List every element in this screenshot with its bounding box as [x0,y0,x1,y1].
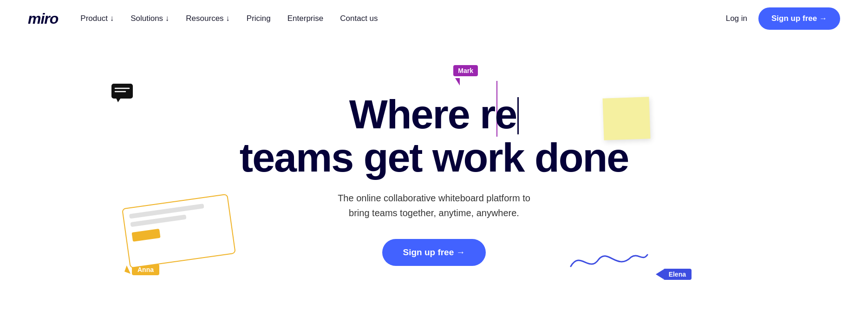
nav-links: Product ↓ Solutions ↓ Resources ↓ Pricin… [80,14,725,23]
hero-section: Mark Where re teams get work done The on… [0,37,868,331]
hero-subtitle: The online collaborative whiteboard plat… [338,191,530,220]
nav-right: Log in Sign up free → [726,7,840,30]
anna-card: Anna [125,201,232,275]
hero-subtitle-line2: bring teams together, anytime, anywhere. [349,208,519,218]
nav-pricing[interactable]: Pricing [247,14,271,23]
card-orange-element [131,229,160,242]
hero-cta-button[interactable]: Sign up free → [382,239,485,266]
mark-pointer-icon [455,78,460,86]
logo[interactable]: miro [28,10,58,27]
login-button[interactable]: Log in [726,14,747,23]
nav-resources[interactable]: Resources ↓ [186,14,229,23]
hero-title: Where re teams get work done [240,93,628,179]
card-line-1 [129,204,204,218]
nav-solutions[interactable]: Solutions ↓ [131,14,169,23]
squiggly-decoration [566,245,650,275]
mark-cursor: Mark [453,65,478,86]
card-widget [122,194,236,269]
mark-label: Mark [453,65,478,76]
nav-contact[interactable]: Contact us [340,14,378,23]
cursor-line [517,97,519,134]
hero-title-line1: Where re [349,91,517,137]
nav-product[interactable]: Product ↓ [80,14,114,23]
chat-icon [111,84,133,104]
hero-subtitle-line1: The online collaborative whiteboard plat… [338,193,530,203]
hero-title-line2: teams get work done [240,134,628,180]
nav-signup-button[interactable]: Sign up free → [758,7,840,30]
navbar: miro Product ↓ Solutions ↓ Resources ↓ P… [0,0,868,37]
elena-label: Elena [663,269,692,280]
elena-cursor: Elena [656,269,692,280]
sticky-note [602,97,650,140]
svg-marker-3 [116,98,121,102]
elena-pointer-icon [656,270,663,279]
nav-enterprise[interactable]: Enterprise [287,14,323,23]
